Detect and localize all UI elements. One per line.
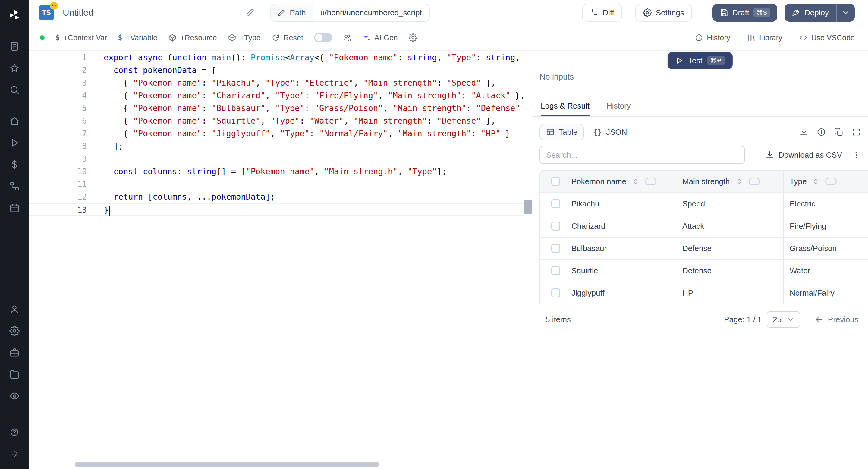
code-line[interactable]: 13} [29, 203, 524, 216]
download-csv-button[interactable]: Download as CSV [765, 150, 842, 160]
gear-icon[interactable] [0, 322, 29, 340]
table-row[interactable]: BulbasaurDefenseGrass/Poison [540, 237, 868, 259]
sort-icon[interactable] [735, 178, 743, 185]
code-line[interactable]: 11 [29, 178, 524, 190]
more-options-icon[interactable] [852, 150, 861, 159]
table-row[interactable]: PikachuSpeedElectric [540, 192, 868, 215]
editor-scrollbar-thumb[interactable] [524, 200, 532, 214]
worker-icon[interactable] [0, 344, 29, 362]
rocket-icon [792, 8, 800, 17]
search-icon[interactable] [0, 81, 29, 99]
code-line[interactable]: 2 const pokemonData = [ [29, 64, 524, 76]
edit-summary-icon[interactable] [246, 8, 255, 17]
dollar-icon[interactable] [0, 156, 29, 174]
flow-icon[interactable] [0, 177, 29, 195]
expand-icon[interactable] [852, 127, 861, 136]
add-type-button[interactable]: +Type [228, 33, 261, 42]
view-toggle-table[interactable]: Table [539, 124, 584, 140]
code-line[interactable]: 9 [29, 153, 524, 165]
add-context-var-button[interactable]: $ +Context Var [56, 33, 107, 42]
table-row[interactable]: JigglypuffHPNormal/Fairy [540, 282, 868, 304]
test-button[interactable]: Test ⌘↵ [668, 52, 733, 69]
code-line[interactable]: 4 { "Pokemon name": "Charizard", "Type":… [29, 89, 524, 102]
folder-icon[interactable] [0, 365, 29, 383]
editor-toolbar: $ +Context Var $ +Variable +Resource +Ty… [29, 25, 868, 51]
table-cell: Normal/Fairy [784, 282, 868, 304]
sort-icon[interactable] [632, 178, 640, 185]
table-cell: Pikachu [571, 193, 676, 215]
deploy-dropdown-button[interactable] [836, 4, 855, 22]
settings-button[interactable]: Settings [635, 4, 692, 22]
editor-settings-button[interactable] [409, 33, 417, 42]
row-checkbox[interactable] [551, 288, 560, 298]
play-icon [675, 57, 683, 64]
code-line[interactable]: 12 return [columns, ...pokemonData]; [29, 190, 524, 203]
help-icon[interactable] [0, 423, 29, 441]
home-icon[interactable] [0, 112, 29, 130]
view-toggle-json[interactable]: {}JSON [587, 124, 633, 140]
search-input[interactable] [539, 146, 745, 164]
code-line[interactable]: 3 { "Pokemon name": "Pikachu", "Type": "… [29, 76, 524, 89]
row-checkbox[interactable] [551, 199, 560, 208]
table-row[interactable]: CharizardAttackFire/Flying [540, 215, 868, 237]
code-line[interactable]: 10 const columns: string[] = ["Pokemon n… [29, 165, 524, 178]
calendar-icon[interactable] [0, 199, 29, 217]
play-icon[interactable] [0, 134, 29, 152]
draft-button[interactable]: Draft ⌘S [712, 4, 777, 22]
history-button[interactable]: History [695, 33, 730, 42]
eye-icon[interactable] [0, 387, 29, 405]
star-icon[interactable] [0, 59, 29, 77]
table-row[interactable]: SquirtleDefenseWater [540, 259, 868, 282]
reset-button[interactable]: Reset [272, 33, 303, 42]
sidebar [0, 0, 29, 469]
use-vscode-button[interactable]: Use VSCode [799, 33, 855, 42]
info-icon[interactable] [817, 127, 826, 136]
column-toggle[interactable] [749, 178, 760, 185]
add-variable-button[interactable]: $ +Variable [118, 33, 157, 42]
arrow-right-icon[interactable] [0, 445, 29, 463]
package-icon [228, 33, 236, 42]
page-size-select[interactable]: 25 [767, 311, 800, 328]
result-table-wrap: Pokemon nameMain strengthTypePikachuSpee… [539, 170, 868, 305]
ai-gen-button[interactable]: AI Gen [362, 33, 398, 42]
row-checkbox[interactable] [551, 222, 560, 230]
column-header: Main strength [676, 170, 784, 192]
editor-horizontal-scrollbar[interactable] [75, 462, 379, 467]
main-area: TS Untitled Path u/henri/unencumbered_sc… [29, 0, 868, 469]
sort-icon[interactable] [812, 178, 820, 185]
download-icon[interactable] [799, 127, 808, 136]
dollar-icon: $ [118, 33, 122, 42]
windmill-logo-icon[interactable] [0, 6, 29, 24]
library-button[interactable]: Library [747, 33, 782, 42]
select-all-checkbox[interactable] [551, 177, 560, 186]
grid-icon[interactable] [0, 37, 29, 56]
deploy-button[interactable]: Deploy [784, 4, 836, 22]
code-line[interactable]: 6 { "Pokemon name": "Squirtle", "Type": … [29, 115, 524, 127]
code-line[interactable]: 7 { "Pokemon name": "Jigglypuff", "Type"… [29, 127, 524, 140]
tab-logs-result[interactable]: Logs & Result [541, 96, 590, 116]
row-checkbox[interactable] [551, 266, 560, 275]
add-resource-button[interactable]: +Resource [168, 33, 217, 42]
line-number: 8 [29, 140, 87, 153]
pencil-icon [278, 9, 285, 17]
user-icon[interactable] [0, 300, 29, 318]
code-line[interactable]: 8 ]; [29, 140, 524, 153]
collaborators-button[interactable] [343, 33, 351, 42]
diff-button[interactable]: Diff [582, 4, 622, 22]
tab-history[interactable]: History [607, 96, 631, 116]
column-toggle[interactable] [825, 178, 837, 185]
previous-page-button[interactable]: Previous [815, 315, 858, 324]
script-title[interactable]: Untitled [63, 7, 93, 18]
column-toggle[interactable] [645, 178, 656, 185]
column-header: Pokemon name [571, 170, 676, 192]
assistant-toggle[interactable] [314, 33, 332, 42]
code-editor[interactable]: 1export async function main(): Promise<A… [29, 51, 532, 469]
table-cell: HP [676, 282, 784, 304]
row-checkbox[interactable] [551, 244, 560, 253]
draft-shortcut-chip: ⌘S [753, 8, 770, 18]
code-line[interactable]: 1export async function main(): Promise<A… [29, 51, 524, 64]
path-selector[interactable]: Path u/henri/unencumbered_script [270, 4, 430, 22]
header-actions: Diff Settings Draft ⌘S Deploy [582, 4, 855, 22]
code-line[interactable]: 5 { "Pokemon name": "Bulbasaur", "Type":… [29, 102, 524, 115]
copy-icon[interactable] [834, 127, 843, 136]
